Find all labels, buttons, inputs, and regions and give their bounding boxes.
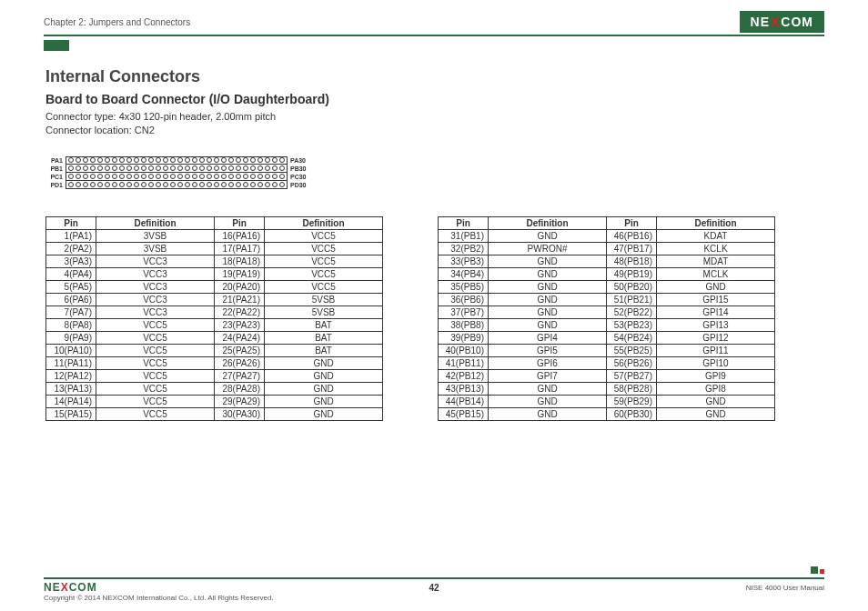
copyright-text: Copyright © 2014 NEXCOM International Co… (44, 594, 824, 602)
footer-decor-icon (811, 566, 824, 574)
table-row: 15(PA15)VCC530(PA30)GND (46, 407, 383, 420)
table-row: 31(PB1)GND46(PB16)KDAT (439, 229, 775, 242)
table-row: 14(PA14)VCC529(PA29)GND (46, 395, 383, 407)
table-row: 3(PA3)VCC318(PA18)VCC5 (46, 255, 383, 267)
connector-diagram: PA1PA30PB1PB30PC1PC30PD1PD30 (45, 156, 823, 189)
table-row: 6(PA6)VCC321(PA21)5VSB (46, 293, 383, 306)
table-row: 45(PB15)GND60(PB30)GND (439, 407, 775, 420)
connector-row-label-left: PA1 (45, 157, 66, 164)
table-row: 32(PB2)PWRON#47(PB17)KCLK (439, 242, 775, 255)
col-header-definition: Definition (265, 216, 383, 229)
table-row: 8(PA8)VCC523(PA23)BAT (46, 318, 383, 331)
table-row: 42(PB12)GPI757(PB27)GPI9 (439, 369, 775, 382)
table-row: 13(PA13)VCC528(PA28)GND (46, 382, 383, 395)
col-header-pin: Pin (46, 216, 96, 229)
pin-table-pb: PinDefinitionPinDefinition31(PB1)GND46(P… (438, 216, 775, 421)
connector-pin-row (66, 156, 288, 165)
page-title: Internal Connectors (45, 67, 823, 86)
page-header: Chapter 2: Jumpers and Connectors NEXCOM (44, 11, 824, 36)
footer-brand-logo: NEXCOM (44, 581, 97, 594)
connector-row-label-left: PC1 (45, 174, 66, 180)
page-footer: NEXCOM 42 NISE 4000 User Manual Copyrigh… (44, 577, 824, 602)
table-row: 12(PA12)VCC527(PA27)GND (46, 369, 383, 382)
table-row: 9(PA9)VCC524(PA24)BAT (46, 331, 383, 344)
connector-description: Connector type: 4x30 120-pin header, 2.0… (45, 110, 823, 138)
table-row: 4(PA4)VCC319(PA19)VCC5 (46, 267, 383, 280)
manual-name: NISE 4000 User Manual (746, 584, 824, 592)
connector-pin-row (66, 165, 288, 173)
pin-tables: PinDefinitionPinDefinition1(PA1)3VSB16(P… (45, 216, 823, 421)
chapter-label: Chapter 2: Jumpers and Connectors (44, 17, 190, 27)
table-row: 33(PB3)GND48(PB18)MDAT (439, 255, 775, 267)
col-header-definition: Definition (489, 216, 607, 229)
table-row: 39(PB9)GPI454(PB24)GPI12 (439, 331, 775, 344)
col-header-definition: Definition (96, 216, 215, 229)
table-row: 10(PA10)VCC525(PA25)BAT (46, 344, 383, 356)
table-row: 37(PB7)GND52(PB22)GPI14 (439, 306, 775, 318)
brand-logo: NEXCOM (740, 11, 824, 33)
table-row: 34(PB4)GND49(PB19)MCLK (439, 267, 775, 280)
connector-row-label-right: PB30 (288, 165, 313, 172)
table-row: 38(PB8)GND53(PB23)GPI13 (439, 318, 775, 331)
connector-row-label-right: PC30 (288, 174, 313, 180)
table-row: 41(PB11)GPI656(PB26)GPI10 (439, 356, 775, 369)
page-subtitle: Board to Board Connector (I/O Daughterbo… (45, 92, 823, 106)
connector-pin-row (66, 181, 288, 189)
table-row: 40(PB10)GPI555(PB25)GPI11 (439, 344, 775, 356)
table-row: 43(PB13)GND58(PB28)GPI8 (439, 382, 775, 395)
table-row: 11(PA11)VCC526(PA26)GND (46, 356, 383, 369)
table-row: 1(PA1)3VSB16(PA16)VCC5 (46, 229, 383, 242)
col-header-pin: Pin (439, 216, 489, 229)
connector-row-label-right: PD30 (288, 182, 313, 188)
section-tab-mark (44, 40, 69, 51)
table-row: 5(PA5)VCC320(PA20)VCC5 (46, 280, 383, 293)
table-row: 36(PB6)GND51(PB21)GPI15 (439, 293, 775, 306)
table-row: 2(PA2)3VSB17(PA17)VCC5 (46, 242, 383, 255)
connector-row-label-right: PA30 (288, 157, 313, 164)
col-header-pin: Pin (215, 216, 265, 229)
col-header-definition: Definition (657, 216, 775, 229)
table-row: 44(PB14)GND59(PB29)GND (439, 395, 775, 407)
page-number: 42 (429, 583, 439, 593)
connector-row-label-left: PD1 (45, 182, 66, 188)
connector-pin-row (66, 173, 288, 181)
pin-table-pa: PinDefinitionPinDefinition1(PA1)3VSB16(P… (45, 216, 383, 421)
table-row: 7(PA7)VCC322(PA22)5VSB (46, 306, 383, 318)
table-row: 35(PB5)GND50(PB20)GND (439, 280, 775, 293)
col-header-pin: Pin (607, 216, 657, 229)
connector-row-label-left: PB1 (45, 165, 66, 172)
